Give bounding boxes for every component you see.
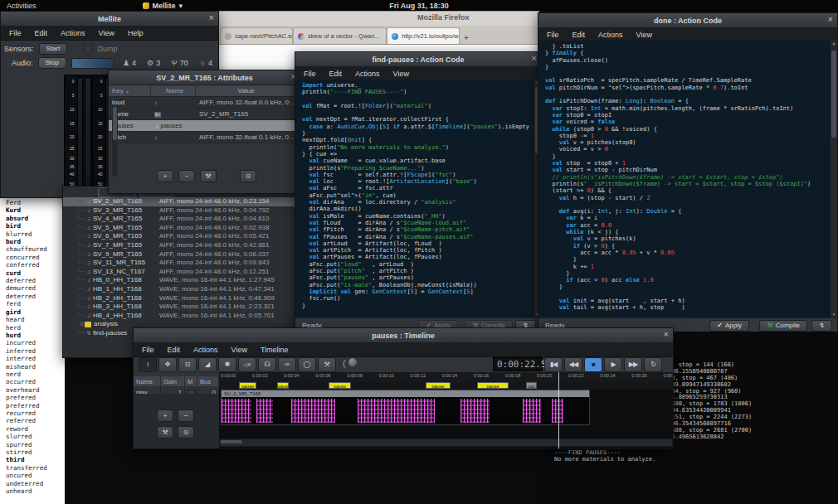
cursor-tool-icon[interactable]: I xyxy=(139,357,157,372)
scroll-up-icon[interactable]: ▲ xyxy=(831,41,837,46)
rewind-button[interactable]: ◀◀ xyxy=(564,357,582,372)
firefox-tab[interactable]: skew of a vector - Qwan...× xyxy=(293,27,387,44)
done-titlebar[interactable]: done : Action Code × xyxy=(538,13,837,28)
function-tool-icon[interactable]: ⚒ xyxy=(318,357,336,372)
menu-edit[interactable]: Edit xyxy=(35,29,48,37)
column-value[interactable]: Value xyxy=(196,85,294,96)
tree-row[interactable]: └─♫SV_11_MR_T165AIFF, mono 24-int 48.0 k… xyxy=(63,259,305,268)
find-pauses-titlebar[interactable]: find-pauses : Action Code × xyxy=(295,52,541,67)
audio-region[interactable]: SV_2_MR_T165 xyxy=(221,390,590,425)
column-key[interactable]: Key ▲ xyxy=(109,85,151,96)
add-track-button[interactable]: + xyxy=(157,410,173,422)
menu-help[interactable]: Help xyxy=(128,29,144,37)
menu-file[interactable]: File xyxy=(547,31,559,39)
knob-icon[interactable]: ( xyxy=(343,358,357,368)
attribute-row[interactable]: loud♪AIFF, mono 32-float 0.0 kHz, 0:... xyxy=(109,97,300,109)
firefox-tab[interactable]: http://v21.io/oulipo/word× xyxy=(387,27,460,44)
close-icon[interactable]: × xyxy=(828,14,833,24)
done-code-editor[interactable]: } .toList} finally { afPauses.close()} v… xyxy=(538,41,830,317)
menu-file[interactable]: File xyxy=(304,70,316,78)
move-tool-icon[interactable]: ✥ xyxy=(158,357,177,372)
attributes-titlebar[interactable]: SV_2_MR_T165 : Attributes × xyxy=(109,70,300,85)
find-pauses-code-editor[interactable]: import universe._println("----FIND PAUSE… xyxy=(295,80,533,317)
scrollbar-thumb[interactable] xyxy=(831,51,836,138)
fade-tool-icon[interactable]: ◢ xyxy=(198,357,217,372)
menu-actions[interactable]: Actions xyxy=(193,346,218,354)
remove-button[interactable]: − xyxy=(178,170,195,182)
edit-track-button[interactable]: ⚒ xyxy=(157,426,173,439)
close-icon[interactable]: × xyxy=(532,53,537,63)
menu-timeline[interactable]: Timeline xyxy=(261,346,289,354)
link-tool-icon[interactable]: ∞ xyxy=(278,357,296,372)
menu-view[interactable]: View xyxy=(636,31,652,39)
tree-row[interactable]: └─♫HB_2_HH_T168WAVE, mono 16-int 44.1 kH… xyxy=(63,294,305,303)
attribute-row[interactable]: pauses◢ pauses xyxy=(109,120,300,132)
menu-edit[interactable]: Edit xyxy=(572,31,586,39)
new-tab-button[interactable]: + xyxy=(460,31,473,44)
pause-region[interactable]: pau xyxy=(526,382,537,389)
close-icon[interactable]: × xyxy=(209,12,214,22)
menu-file[interactable]: File xyxy=(142,346,154,354)
menu-actions[interactable]: Actions xyxy=(355,70,380,78)
attributes-scrollbar[interactable] xyxy=(112,105,118,177)
menu-edit[interactable]: Edit xyxy=(329,70,343,78)
column-name[interactable]: Name xyxy=(151,85,196,96)
tree-row[interactable]: └─♫SV_7_MR_T165AIFF, mono 24-int 48.0 kH… xyxy=(63,241,305,250)
stop-button[interactable]: ■ xyxy=(584,357,602,372)
horizontal-scrollbar[interactable] xyxy=(219,439,673,447)
pause-region[interactable]: pause xyxy=(239,382,256,389)
tree-row[interactable]: └─♫SV_4_MR_T165AIFF, mono 24-int 48.0 kH… xyxy=(63,215,305,224)
scroll-down-icon[interactable]: ▼ xyxy=(831,312,837,317)
menu-view[interactable]: View xyxy=(99,29,114,37)
pause-region[interactable]: pause xyxy=(426,382,451,389)
tree-row[interactable]: └─♫HB_1_HH_T168WAVE, mono 16-int 44.1 kH… xyxy=(63,285,305,294)
edit-button[interactable]: ⚒ xyxy=(200,170,217,182)
patch-tool-icon[interactable]: ✱ xyxy=(218,357,236,372)
timeline-titlebar[interactable]: pauses : Timeline × xyxy=(134,328,673,343)
tree-row[interactable]: └─♫HB_3_HH_T168WAVE, mono 16-int 44.1 kH… xyxy=(63,303,305,312)
done-scrollbar[interactable]: ▲ ▼ xyxy=(830,41,837,317)
tree-row[interactable]: └─♫SV_6_MR_T165AIFF, mono 24-int 48.0 kH… xyxy=(63,232,305,241)
dump-checkbox[interactable] xyxy=(84,45,92,53)
pause-region[interactable]: paus xyxy=(277,382,289,389)
loop-button[interactable]: ↻ xyxy=(644,357,662,372)
scrollbar-thumb[interactable] xyxy=(221,440,242,443)
tree-row[interactable]: └─♫SV_3_MR_T165AIFF, mono 24-int 48.0 kH… xyxy=(63,206,305,216)
compile-button[interactable]: ⚒Compile xyxy=(759,320,807,332)
view-button[interactable]: ⊙ xyxy=(240,170,256,182)
mute-tool-icon[interactable]: ◁✕ xyxy=(238,357,256,372)
firefox-tab[interactable]: cape-next/PitchAC.sc...× xyxy=(220,27,293,44)
record-icon[interactable]: ◯ xyxy=(298,357,316,372)
pause-region[interactable]: pause xyxy=(477,382,509,389)
fast-forward-button[interactable]: ▶▶ xyxy=(624,357,642,372)
apply-button[interactable]: ✔Apply xyxy=(709,320,749,332)
timeline-canvas[interactable]: 0:00:000:00:020:00:040:00:060:00:080:00:… xyxy=(219,372,673,448)
attribute-row[interactable]: nameEnSV_2_MR_T165 xyxy=(109,109,300,120)
tree-row[interactable]: └─♫HB_4_HH_T168WAVE, mono 16-int 44.1 kH… xyxy=(63,312,305,321)
goto-begin-button[interactable]: ▮◀ xyxy=(544,357,563,372)
menu-file[interactable]: File xyxy=(9,29,22,37)
view-track-button[interactable]: ⊙ xyxy=(178,426,194,439)
tree-row[interactable]: └─♫SV_13_NC_T167AIFF, mono 24-int 48.0 k… xyxy=(63,268,305,277)
clock[interactable]: Fri Aug 31, 18:30 xyxy=(0,2,838,10)
audition-tool-icon[interactable]: ☊ xyxy=(258,357,276,372)
pause-region[interactable]: pause xyxy=(329,382,351,389)
mellite-titlebar[interactable]: Mellite × xyxy=(1,12,218,27)
remove-track-button[interactable]: − xyxy=(178,410,194,422)
add-button[interactable]: + xyxy=(157,170,173,182)
tree-row[interactable]: └─♫HB_0_HH_T168WAVE, mono 16-int 44.1 kH… xyxy=(63,276,305,285)
tree-row[interactable]: └─♫SV_2_MR_T165AIFF, mono 24-int 48.0 kH… xyxy=(63,197,305,206)
compile-background-button[interactable]: ↯ xyxy=(811,320,832,332)
scrollbar-thumb[interactable] xyxy=(113,107,117,140)
menu-view[interactable]: View xyxy=(231,346,247,354)
menu-actions[interactable]: Actions xyxy=(598,31,623,39)
play-button[interactable]: ▶ xyxy=(604,357,622,372)
menu-view[interactable]: View xyxy=(393,70,409,78)
tree-row[interactable]: └─♫SV_5_MR_T165AIFF, mono 24-int 48.0 kH… xyxy=(63,224,305,233)
resize-tool-icon[interactable]: ⊡ xyxy=(178,357,197,372)
menu-actions[interactable]: Actions xyxy=(61,29,85,37)
close-icon[interactable]: × xyxy=(664,329,669,339)
attribute-row[interactable]: pitch♪AIFF, mono 32-float 0.1 kHz, 0... xyxy=(109,132,300,143)
sensors-start-button[interactable]: Start xyxy=(39,43,68,55)
tree-row[interactable]: └─♫SV_9_MR_T165AIFF, mono 24-int 48.0 kH… xyxy=(63,250,305,259)
